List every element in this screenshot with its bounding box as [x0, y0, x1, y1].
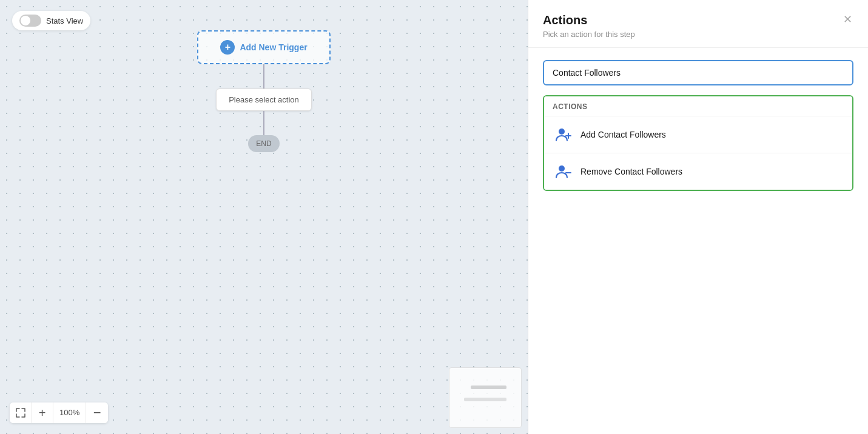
expand-button[interactable] — [10, 402, 32, 423]
panel-header: Actions Pick an action for this step ✕ — [528, 0, 868, 48]
search-input[interactable] — [553, 68, 844, 78]
minimap — [449, 367, 522, 428]
zoom-controls: + 100% − — [10, 402, 108, 423]
person-remove-icon — [554, 162, 573, 181]
close-icon: ✕ — [843, 13, 852, 26]
stats-toggle-label: Stats View — [46, 16, 83, 25]
action-item-add-contact-followers[interactable]: Add Contact Followers — [544, 116, 852, 153]
actions-dropdown: Actions Add Contact Followers — [543, 95, 853, 191]
svg-point-0 — [559, 129, 565, 135]
zoom-in-button[interactable]: + — [32, 402, 53, 423]
minimap-bar-2 — [464, 398, 507, 401]
panel-subtitle: Pick an action for this step — [543, 30, 853, 39]
zoom-level-display: 100% — [53, 402, 86, 423]
connector-line-2 — [263, 111, 264, 135]
right-panel: Actions Pick an action for this step ✕ A… — [528, 0, 868, 434]
add-contact-followers-label: Add Contact Followers — [580, 130, 666, 139]
end-node: END — [248, 135, 280, 152]
actions-section-label: Actions — [544, 96, 852, 116]
svg-point-3 — [559, 165, 565, 172]
minimap-bar-1 — [471, 386, 506, 389]
close-button[interactable]: ✕ — [839, 11, 856, 28]
flow-container: + Add New Trigger Please select action E… — [197, 30, 331, 152]
stats-toggle[interactable]: Stats View — [12, 11, 90, 30]
zoom-out-button[interactable]: − — [86, 402, 108, 423]
remove-contact-followers-label: Remove Contact Followers — [580, 167, 682, 176]
action-node[interactable]: Please select action — [216, 88, 312, 111]
person-add-icon — [554, 125, 573, 144]
canvas-area: Stats View + Add New Trigger Please sele… — [0, 0, 528, 434]
trigger-plus-icon: + — [220, 40, 235, 55]
search-input-wrapper[interactable] — [543, 60, 853, 85]
connector-line-1 — [263, 64, 264, 88]
panel-title: Actions — [543, 13, 853, 27]
stats-toggle-switch[interactable] — [19, 15, 41, 27]
trigger-label: Add New Trigger — [240, 42, 307, 52]
panel-body: Actions Add Contact Followers — [528, 48, 868, 203]
trigger-node[interactable]: + Add New Trigger — [197, 30, 331, 64]
action-item-remove-contact-followers[interactable]: Remove Contact Followers — [544, 153, 852, 190]
action-node-label: Please select action — [229, 95, 299, 104]
end-label: END — [256, 139, 271, 148]
